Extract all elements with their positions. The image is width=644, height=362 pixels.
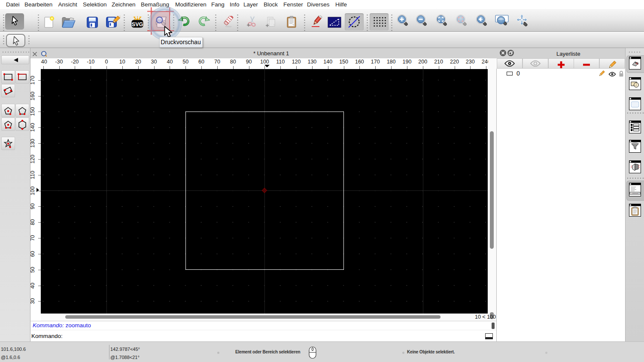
svg-text:SVG: SVG	[132, 21, 143, 27]
svg-text:command: command	[632, 193, 638, 194]
